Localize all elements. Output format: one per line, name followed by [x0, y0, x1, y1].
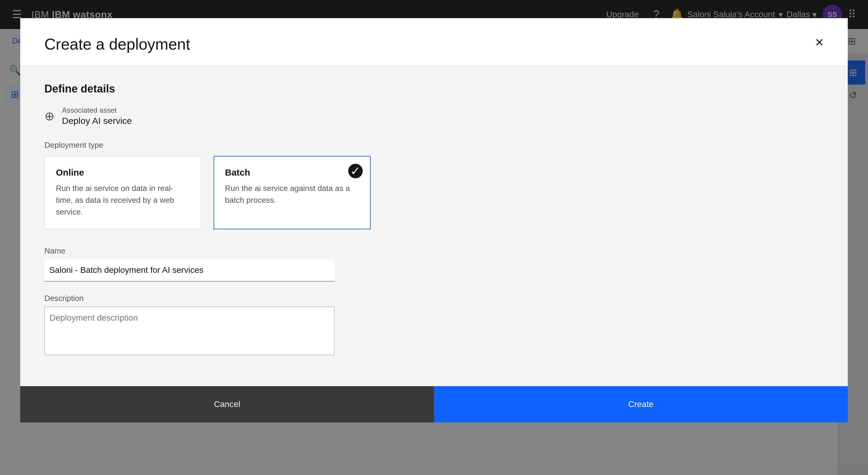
cancel-button[interactable]: Cancel	[20, 386, 434, 422]
deployment-type-batch-card[interactable]: Batch Run the ai service against data as…	[214, 156, 371, 229]
associated-asset-row: ⊕ Associated asset Deploy AI service	[44, 106, 824, 126]
deployment-types-group: Online Run the ai service on data in rea…	[44, 156, 824, 229]
online-card-title: Online	[56, 168, 190, 178]
modal-header: Create a deployment ×	[20, 18, 848, 65]
create-button[interactable]: Create	[434, 386, 848, 422]
name-input[interactable]	[44, 259, 334, 281]
description-field-label: Description	[44, 294, 824, 303]
description-field-group: Description	[44, 294, 824, 357]
name-field-group: Name	[44, 246, 824, 281]
asset-info: Associated asset Deploy AI service	[62, 106, 132, 126]
modal-body: Define details ⊕ Associated asset Deploy…	[20, 65, 848, 386]
modal-footer: Cancel Create	[20, 386, 848, 422]
batch-card-desc: Run the ai service against data as a bat…	[225, 182, 359, 206]
modal-title: Create a deployment	[44, 35, 190, 53]
batch-card-title: Batch	[225, 168, 359, 178]
deployment-type-online-card[interactable]: Online Run the ai service on data in rea…	[44, 156, 202, 229]
modal-close-button[interactable]: ×	[815, 35, 824, 50]
asset-label: Associated asset	[62, 106, 132, 115]
name-field-label: Name	[44, 246, 824, 256]
modal-overlay: Create a deployment × Define details ⊕ A…	[0, 0, 868, 475]
batch-card-check-icon: ✓	[348, 164, 363, 178]
define-details-title: Define details	[44, 83, 824, 95]
asset-type-icon: ⊕	[44, 109, 55, 123]
create-deployment-modal: Create a deployment × Define details ⊕ A…	[20, 18, 848, 422]
asset-name: Deploy AI service	[62, 116, 132, 126]
description-textarea[interactable]	[44, 307, 334, 355]
online-card-desc: Run the ai service on data in real-time,…	[56, 182, 190, 218]
deployment-type-label: Deployment type	[44, 141, 824, 150]
